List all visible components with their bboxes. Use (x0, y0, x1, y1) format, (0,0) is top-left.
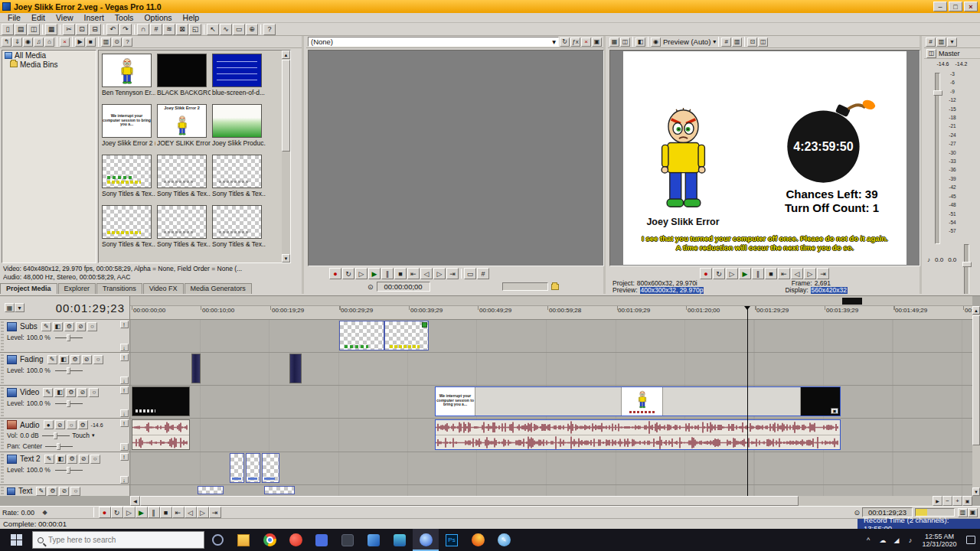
trimmer-record-button[interactable]: ● (329, 268, 341, 279)
copy-frame-icon[interactable]: ⊡ (747, 37, 757, 47)
compositing-icon[interactable]: ◧ (56, 455, 66, 464)
timeline-dropdown-icon[interactable]: ▾ (15, 303, 24, 312)
media-item[interactable]: Ben Tennyson Er... (102, 54, 152, 96)
next-frame-button[interactable]: ▷ (197, 507, 209, 518)
clip-fading-2[interactable] (289, 354, 302, 383)
preview-next-frame-button[interactable]: ▷ (804, 268, 816, 279)
extract-audio-icon[interactable]: ♫ (34, 37, 44, 47)
prev-frame-button[interactable]: ◁ (185, 507, 197, 518)
trimmer-refresh-icon[interactable]: ↻ (560, 37, 570, 47)
trimmer-stop-button[interactable]: ■ (394, 268, 407, 279)
play-button[interactable]: ▶ (136, 507, 148, 518)
menu-help[interactable]: Help (178, 13, 205, 22)
tray-speaker-icon[interactable]: ♪ (903, 529, 917, 551)
clip-text-2[interactable] (264, 486, 295, 494)
trimmer-play-button[interactable]: ▶ (368, 268, 381, 279)
app-blue2-icon[interactable] (361, 529, 387, 551)
speaker-icon[interactable]: ♪ (927, 256, 930, 263)
vscroll-thumb[interactable] (972, 315, 980, 445)
cortana-icon[interactable] (204, 529, 230, 551)
mute-icon[interactable]: ⊘ (76, 322, 86, 331)
lane-audio[interactable] (130, 419, 972, 452)
media-item[interactable]: Joey Slikk Error 2 JOEY SLIKK Error... (157, 104, 207, 147)
clip-text2-1[interactable] (230, 453, 244, 483)
redo-icon[interactable]: ↷ (119, 24, 132, 35)
timeline-hscrollbar[interactable]: ◀ ▶ − + ▣ (130, 496, 972, 506)
master-bus-icon[interactable]: ◫ (926, 49, 936, 58)
project-properties-icon[interactable]: ▦ (609, 37, 619, 47)
overlays-icon[interactable]: # (721, 37, 731, 47)
tab-media-generators[interactable]: Media Generators (185, 283, 252, 294)
automation-icon[interactable]: ⚙ (66, 388, 76, 397)
trimmer-fx-icon[interactable]: ƒx (570, 37, 580, 47)
mixer-views-icon[interactable]: ▥ (936, 37, 946, 47)
compositing-icon[interactable]: ◧ (54, 388, 64, 397)
solo-icon[interactable]: ○ (90, 455, 100, 464)
capture-video-icon[interactable]: ◉ (23, 37, 33, 47)
media-search-icon[interactable]: ⊙ (112, 37, 122, 47)
arm-icon[interactable]: ! (120, 321, 129, 328)
clip-video-2[interactable]: We interrupt your computer session to br… (435, 386, 841, 416)
tray-cloud-icon[interactable]: ☁ (876, 529, 890, 551)
level-slider[interactable] (55, 334, 83, 341)
mixer-dropdown-icon[interactable]: ▾ (947, 37, 957, 47)
paint-icon[interactable]: ✎ (36, 487, 46, 496)
timeline-ruler[interactable]: 00:00:00;00 00:00:10;00 00:00:19;29 00:0… (130, 306, 972, 320)
preview-play-button[interactable]: ▶ (739, 268, 751, 279)
mute-icon[interactable]: ⊘ (77, 388, 87, 397)
scroll-down-icon[interactable]: ▼ (282, 254, 290, 262)
start-button[interactable] (0, 529, 32, 551)
pen-app-icon[interactable]: ✎ (491, 529, 517, 551)
media-item[interactable]: BLACK BACKGRO... (157, 54, 207, 96)
firefox-icon[interactable] (465, 529, 491, 551)
ignore-grouping-icon[interactable]: ◱ (189, 24, 201, 35)
arm-icon[interactable]: ! (120, 354, 129, 361)
playhead[interactable] (747, 306, 748, 496)
tab-project-media[interactable]: Project Media (0, 283, 57, 294)
taskbar-clock[interactable]: 12:55 AM 12/31/2020 (917, 533, 962, 548)
timeline-vscrollbar[interactable]: ▲ ▼ (972, 306, 980, 496)
trimmer-media-folder-icon[interactable] (551, 284, 559, 290)
solo-icon[interactable]: ○ (70, 487, 80, 496)
go-to-start-button[interactable]: ⇤ (172, 507, 185, 518)
expand-icon[interactable]: ↓ (120, 377, 129, 384)
menu-insert[interactable]: Insert (79, 13, 109, 22)
lane-fading[interactable] (130, 353, 972, 386)
clip-audio-1[interactable] (132, 419, 190, 450)
media-item[interactable]: Sony Titles & Tex... (102, 205, 152, 248)
play-from-start-button[interactable]: ▷ (123, 507, 136, 518)
lane-video[interactable]: We interrupt your computer session to br… (130, 386, 972, 419)
normal-edit-tool-icon[interactable]: ↖ (207, 24, 219, 35)
enable-snapping-icon[interactable]: ∩ (137, 24, 149, 35)
mixer-insert-icon[interactable]: # (926, 37, 936, 47)
tray-network-icon[interactable]: ◢ (890, 529, 903, 551)
pause-button[interactable]: ∥ (148, 507, 160, 518)
level-slider[interactable] (55, 467, 83, 474)
automation-icon[interactable]: ⚙ (47, 487, 57, 496)
expand-icon[interactable]: ↓ (120, 409, 129, 417)
menu-view[interactable]: View (51, 13, 79, 22)
photoshop-icon[interactable]: Ps (439, 529, 465, 551)
grid-quantize-icon[interactable]: # (150, 24, 162, 35)
media-item[interactable]: Sony Titles & Tex... (157, 155, 207, 197)
track-header-subs[interactable]: Subs ✎ ◧ ⚙ ⊘ ○ Level: 100.0 % !↓ (0, 320, 130, 353)
compositing-icon[interactable]: ◧ (59, 355, 69, 364)
arm-record-icon[interactable]: ● (44, 420, 54, 429)
app-blue-icon[interactable] (309, 529, 335, 551)
record-button[interactable]: ● (99, 507, 111, 518)
preview-play-from-start-button[interactable]: ▷ (726, 268, 738, 279)
save-project-icon[interactable]: ◫ (28, 24, 40, 35)
lane-text2[interactable] (130, 452, 972, 485)
preview-record-button[interactable]: ● (700, 268, 712, 279)
clip-video-1[interactable] (132, 386, 190, 416)
solo-icon[interactable]: ○ (87, 322, 97, 331)
expand-icon[interactable]: ↓ (120, 344, 129, 351)
remove-media-icon[interactable]: × (60, 37, 70, 47)
marker-bar[interactable] (130, 296, 972, 306)
pan-slider[interactable] (45, 443, 73, 450)
tab-transitions[interactable]: Transitions (96, 283, 142, 294)
lane-text[interactable] (130, 485, 972, 496)
preview-quality-dropdown[interactable]: Preview (Auto) (662, 37, 712, 46)
track-header-fading[interactable]: Fading ✎ ◧ ⚙ ⊘ ○ Level: 100.0 % !↓ (0, 353, 130, 386)
media-item[interactable]: Sony Titles & Tex... (102, 155, 152, 197)
